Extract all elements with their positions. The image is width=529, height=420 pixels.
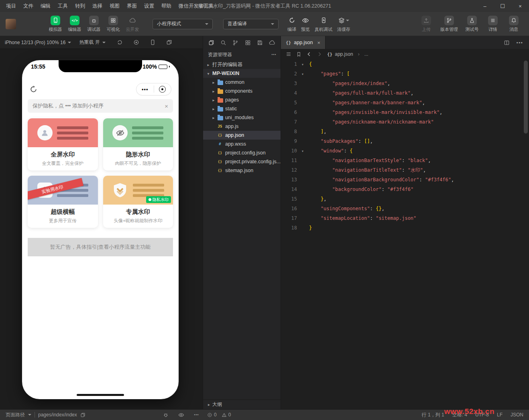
code-line-15[interactable]: 15}, (281, 194, 529, 204)
menu-item-5[interactable]: 选择 (89, 0, 106, 12)
refresh-icon[interactable] (29, 85, 38, 93)
code-line-16[interactable]: 16"usingComponents": {}, (281, 204, 529, 213)
debugger-button[interactable]: 调试器 (84, 16, 104, 32)
tree-item-app.js[interactable]: JSapp.js (203, 122, 281, 131)
menu-item-8[interactable]: 设置 (140, 0, 158, 12)
multi-window-icon[interactable] (166, 39, 172, 45)
tree-item-uni_modules[interactable]: ▸uni_modules (203, 113, 281, 122)
outline-list-icon[interactable] (286, 51, 291, 57)
card-super-banner[interactable]: 实验用水印 超级横幅 更多用于宣传 (28, 176, 98, 228)
vconsole-debug-icon[interactable] (163, 412, 169, 418)
device-select[interactable]: iPhone 12/13 (Pro) 100% 16 (5, 40, 71, 45)
cloud-dev-button[interactable]: 云开发 (123, 16, 142, 32)
privacy-notice-bar[interactable]: 保护隐私，点 ••• 添加到小程序 × (28, 99, 173, 113)
menu-item-6[interactable]: 视图 (106, 0, 123, 12)
tree-item-pages[interactable]: ▸pages (203, 95, 281, 104)
card-exclusive-watermark[interactable]: 隐私水印 专属水印 头像+昵称就能制作水印 (103, 176, 173, 228)
editor-button[interactable]: </> 编辑器 (65, 16, 84, 32)
back-icon[interactable] (306, 51, 312, 57)
menu-item-7[interactable]: 界面 (123, 0, 140, 12)
code-line-18[interactable]: 18} (281, 223, 529, 233)
code-line-14[interactable]: 14"backgroundColor": "#f3f4f6" (281, 185, 529, 194)
search-icon[interactable] (220, 40, 226, 46)
tab-app-json[interactable]: {} app.json × (281, 36, 326, 49)
code-line-7[interactable]: 7"pages/nickname-mark/nickname-mark" (281, 117, 529, 127)
menu-item-3[interactable]: 工具 (54, 0, 71, 12)
tree-item-[interactable]: ▸打开的编辑器 (203, 60, 281, 69)
minimize-button[interactable]: – (476, 0, 494, 12)
ad-notice-bar[interactable]: 暂无广告，具体指引|查看小程序流量主功能 (28, 238, 173, 256)
copy-icon[interactable] (80, 412, 85, 418)
tree-item-components[interactable]: ▸components (203, 87, 281, 95)
test-account-button[interactable]: 测试号 (462, 16, 482, 32)
code-line-9[interactable]: 9"subPackages": [], (281, 136, 529, 146)
maximize-button[interactable]: ☐ (494, 0, 511, 12)
tree-item-static[interactable]: ▸static (203, 104, 281, 113)
menu-item-2[interactable]: 编辑 (37, 0, 54, 12)
fold-chevron-icon[interactable]: ▾ (299, 72, 307, 76)
close-button[interactable]: × (511, 0, 529, 12)
code-line-3[interactable]: 3"pages/index/index", (281, 79, 529, 88)
tree-item-common[interactable]: ▸common (203, 78, 281, 87)
code-line-8[interactable]: 8], (281, 127, 529, 136)
clear-cache-button[interactable]: 清缓存 (337, 16, 350, 32)
menu-item-9[interactable]: 帮助 (158, 0, 175, 12)
messages-button[interactable]: 消息 (504, 16, 523, 32)
capsule-more-button[interactable]: ••• (136, 86, 154, 92)
tree-item-project.private.config.js...[interactable]: {}project.private.config.js... (203, 157, 281, 166)
avatar[interactable] (6, 19, 16, 29)
compile-button[interactable]: 编译 (287, 16, 296, 32)
code-line-17[interactable]: 17"sitemapLocation": "sitemap.json" (281, 213, 529, 223)
fold-chevron-icon[interactable]: ▾ (299, 149, 307, 153)
card-full-watermark[interactable]: 全屏水印 全文覆盖，完全保护 (28, 118, 98, 170)
device-frame-icon[interactable] (150, 39, 156, 45)
capsule-exit-button[interactable] (154, 86, 171, 93)
preview-eye-icon[interactable] (178, 412, 184, 418)
cloud-icon[interactable] (269, 39, 275, 46)
language-mode[interactable]: JSON (511, 412, 523, 418)
code-editor[interactable]: 1▾{2▾"pages": [3"pages/index/index",4"pa… (281, 59, 529, 409)
menu-item-10[interactable]: 微信开发者工具 (175, 0, 218, 12)
files-icon[interactable] (208, 40, 214, 46)
tree-item-app.json[interactable]: {}app.json (203, 131, 281, 140)
mode-select[interactable]: 小程序模式 (153, 19, 213, 29)
preview-button[interactable]: 预览 (301, 16, 310, 32)
code-line-5[interactable]: 5"pages/banner-mark/banner-mark", (281, 98, 529, 108)
device-debug-button[interactable]: 真机调试 (315, 16, 332, 32)
tree-item-app.wxss[interactable]: #app.wxss (203, 140, 281, 148)
forward-icon[interactable] (317, 51, 322, 57)
breadcrumb-more[interactable]: ... (364, 51, 368, 57)
code-line-6[interactable]: 6"pages/invisible-mark/invisible-mark", (281, 108, 529, 117)
extensions-icon[interactable] (245, 40, 251, 46)
fold-chevron-icon[interactable]: ▾ (299, 62, 307, 67)
problems-indicator[interactable]: 0 0 (207, 412, 231, 418)
code-line-11[interactable]: 11"navigationBarTextStyle": "black", (281, 156, 529, 165)
more-icon[interactable]: ⋯ (271, 52, 281, 57)
git-branch-icon[interactable] (232, 40, 238, 46)
breadcrumb-file[interactable]: {} app.json (327, 51, 353, 57)
version-button[interactable]: 版本管理 (437, 16, 461, 32)
more-icon[interactable]: ⋯ (516, 39, 523, 47)
eol[interactable]: LF (497, 412, 503, 418)
editor-scrollbar[interactable] (524, 61, 528, 134)
save-icon[interactable] (257, 40, 263, 46)
simulator-button[interactable]: 模拟器 (46, 16, 65, 32)
page-path-label[interactable]: 页面路径 (6, 412, 25, 418)
code-line-10[interactable]: 10▾"window": { (281, 146, 529, 156)
code-line-2[interactable]: 2▾"pages": [ (281, 69, 529, 79)
tab-close-icon[interactable]: × (317, 40, 321, 46)
details-button[interactable]: 详情 (483, 16, 503, 32)
tree-item-sitemap.json[interactable]: {}sitemap.json (203, 166, 281, 175)
more-icon[interactable]: ⋯ (194, 412, 199, 418)
code-line-4[interactable]: 4"pages/full-mark/full-mark", (281, 88, 529, 98)
menu-item-0[interactable]: 项目 (2, 0, 20, 12)
notice-close-icon[interactable]: × (165, 103, 168, 110)
outline-section[interactable]: ▸ 大纲 (203, 400, 281, 409)
rotate-icon[interactable] (117, 39, 123, 45)
code-line-1[interactable]: 1▾{ (281, 59, 529, 69)
split-editor-icon[interactable] (504, 40, 510, 46)
menu-item-4[interactable]: 转到 (71, 0, 89, 12)
bookmark-icon[interactable] (296, 52, 301, 57)
menu-item-1[interactable]: 文件 (20, 0, 37, 12)
tree-item-MP-WEIXIN[interactable]: ▾MP-WEIXIN (203, 69, 281, 78)
